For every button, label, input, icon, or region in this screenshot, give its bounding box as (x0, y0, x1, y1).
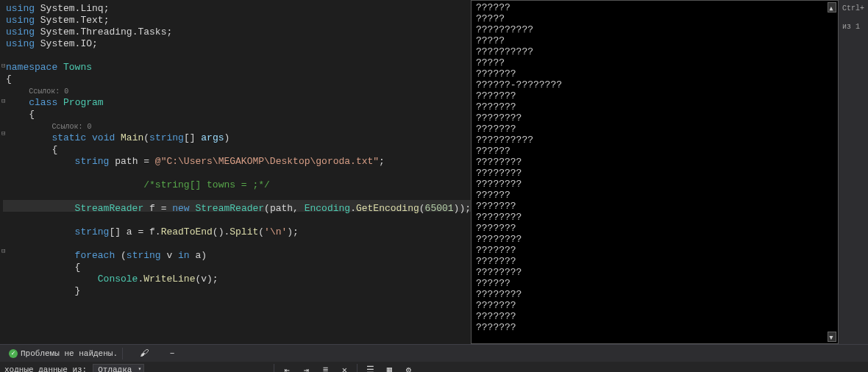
console-line: ????? (476, 13, 833, 24)
console-line: ??????? (476, 90, 833, 101)
console-line: ??????-???????? (476, 79, 833, 90)
status-bar-problems: ✓ Проблемы не найдены. 🖌 – (0, 344, 868, 362)
scroll-up-icon[interactable]: ▴ (828, 2, 836, 12)
console-line: ??????? (476, 256, 833, 267)
console-line: ???????? (476, 289, 833, 300)
scroll-down-icon[interactable]: ▾ (828, 332, 836, 342)
console-line: ??????? (476, 124, 833, 135)
chevron-down-icon: ▾ (138, 365, 142, 372)
count-hint: из 1 (840, 21, 867, 32)
console-scrollbar[interactable]: ▴ ▾ (826, 1, 838, 343)
console-output[interactable]: ????????????????????????????????????????… (471, 0, 839, 344)
console-line: ??????? (476, 223, 833, 234)
console-line: ??????? (476, 300, 833, 311)
console-line: ?????????? (476, 135, 833, 146)
dash-icon[interactable]: – (166, 347, 179, 360)
misc-icon[interactable]: ▦ (383, 363, 396, 372)
output-toolbar: ходные данные из: Отладка ▾ ⇤ ⇥ ≣ ✕ ☰ ▦ … (0, 362, 868, 372)
console-line: ??????? (476, 322, 833, 333)
console-line: ???????? (476, 157, 833, 168)
references-count[interactable]: Ссылок: 0 (29, 87, 68, 96)
console-line: ??????? (476, 68, 833, 79)
console-line: ?????? (476, 278, 833, 289)
check-icon: ✓ (9, 349, 18, 358)
editor-pane: ⊟ ⊟ ⊟ ⊟ using System.Linq; using System.… (0, 0, 471, 344)
wrap-icon[interactable]: ≣ (319, 363, 332, 372)
console-line: ??????? (476, 201, 833, 212)
indent-right-icon[interactable]: ⇥ (299, 363, 313, 372)
output-source-dropdown[interactable]: Отладка ▾ (93, 364, 144, 372)
console-line: ???????? (476, 112, 833, 124)
console-line: ????? (476, 35, 833, 46)
console-line: ?????? (476, 146, 833, 157)
problems-status[interactable]: ✓ Проблемы не найдены. (4, 348, 122, 360)
console-line: ?????????? (476, 24, 833, 35)
console-line: ???????? (476, 168, 833, 179)
console-line: ?????? (476, 2, 833, 13)
indent-left-icon[interactable]: ⇤ (280, 363, 294, 372)
references-count[interactable]: Ссылок: 0 (51, 123, 91, 131)
list-icon[interactable]: ☰ (363, 363, 377, 372)
console-line: ???????? (476, 179, 833, 190)
console-line: ??????? (476, 311, 833, 322)
output-from-label: ходные данные из: (4, 365, 87, 372)
console-line: ???????? (476, 267, 833, 278)
console-line: ????? (476, 57, 833, 68)
brush-icon[interactable]: 🖌 (138, 347, 151, 360)
right-panel: Ctrl+ из 1 (839, 0, 868, 344)
console-line: ???????? (476, 212, 833, 223)
problems-text: Проблемы не найдены. (21, 349, 118, 358)
comment: /*string[] towns = ;*/ (75, 179, 270, 190)
console-line: ??????? (476, 101, 833, 112)
console-line: ?????? (476, 190, 833, 201)
clear-icon[interactable]: ✕ (338, 363, 351, 372)
console-line: ??????? (476, 245, 833, 256)
gear-icon[interactable]: ⚙ (402, 363, 415, 372)
console-line: ???????? (476, 234, 833, 245)
string-literal: @"C:\Users\MEGAKOMP\Desktop\goroda.txt" (155, 156, 379, 167)
main-area: ⊟ ⊟ ⊟ ⊟ using System.Linq; using System.… (0, 0, 868, 344)
shortcut-hint: Ctrl+ (840, 3, 867, 14)
console-line: ?????????? (476, 46, 833, 57)
code-area[interactable]: using System.Linq; using System.Text; us… (3, 0, 471, 344)
